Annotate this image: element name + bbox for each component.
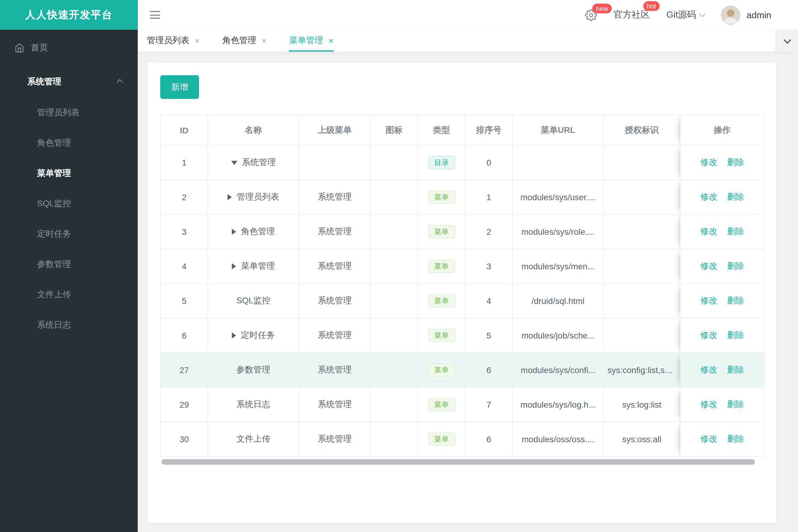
delete-link[interactable]: 删除 — [727, 192, 744, 202]
cell-sort: 3 — [465, 249, 513, 284]
collapse-icon[interactable] — [231, 161, 237, 165]
cell-icon — [371, 353, 418, 387]
cell-actions: 修改删除 — [680, 146, 764, 180]
edit-link[interactable]: 修改 — [700, 296, 717, 305]
table-body: 1系统管理目录0修改删除2管理员列表系统管理菜单1modules/sys/use… — [161, 146, 764, 457]
cell-name: 文件上传 — [208, 422, 299, 457]
hot-badge: hot — [643, 1, 660, 11]
tab-close-icon[interactable]: × — [262, 36, 266, 45]
cell-type: 菜单 — [418, 249, 465, 284]
tabs-collapse-button[interactable] — [776, 30, 798, 52]
delete-link[interactable]: 删除 — [727, 261, 744, 270]
delete-link[interactable]: 删除 — [727, 399, 744, 409]
sidebar-item-3[interactable]: SQL监控 — [0, 189, 138, 219]
table-row-30: 30文件上传系统管理菜单6modules/oss/oss....sys:oss:… — [161, 422, 764, 457]
git-source-link[interactable]: Git源码 — [666, 9, 705, 21]
name-text: 定时任务 — [241, 330, 275, 341]
sidebar-item-4[interactable]: 定时任务 — [0, 219, 138, 249]
cell-name: 系统管理 — [208, 146, 299, 180]
tab-1[interactable]: 角色管理× — [222, 30, 266, 52]
delete-link[interactable]: 删除 — [727, 226, 744, 236]
cell-type: 菜单 — [418, 387, 465, 422]
add-button[interactable]: 新增 — [160, 75, 199, 99]
cell-type: 菜单 — [418, 353, 465, 387]
cell-parent — [299, 146, 371, 180]
git-label: Git源码 — [666, 9, 696, 21]
chevron-down-icon — [783, 36, 791, 44]
expand-icon[interactable] — [232, 263, 236, 269]
name-wrap: 定时任务 — [232, 330, 275, 341]
cell-sort: 2 — [465, 215, 513, 249]
settings-button[interactable]: new — [585, 9, 597, 21]
table-row-2: 2管理员列表系统管理菜单1modules/sys/user....修改删除 — [161, 180, 764, 215]
delete-link[interactable]: 删除 — [727, 330, 744, 340]
edit-link[interactable]: 修改 — [700, 192, 717, 202]
edit-link[interactable]: 修改 — [700, 261, 717, 270]
name-text: 管理员列表 — [237, 192, 279, 203]
cell-icon — [371, 180, 418, 215]
name-wrap: 参数管理 — [236, 365, 270, 376]
sidebar-item-2[interactable]: 菜单管理 — [0, 158, 138, 189]
edit-link[interactable]: 修改 — [700, 330, 717, 340]
community-link[interactable]: 官方社区 hot — [613, 9, 650, 21]
sidebar-group-system[interactable]: 系统管理 — [0, 66, 138, 98]
column-header-0: ID — [161, 115, 208, 146]
sidebar-item-0[interactable]: 管理员列表 — [0, 98, 138, 128]
edit-link[interactable]: 修改 — [700, 399, 717, 409]
cell-type: 菜单 — [418, 422, 465, 457]
edit-link[interactable]: 修改 — [700, 434, 717, 443]
cell-icon — [371, 215, 418, 249]
delete-link[interactable]: 删除 — [727, 365, 744, 374]
sidebar-item-home[interactable]: 首页 — [0, 33, 138, 62]
cell-name: 管理员列表 — [208, 180, 299, 215]
sidebar-item-7[interactable]: 系统日志 — [0, 310, 138, 340]
tab-label: 角色管理 — [222, 35, 256, 46]
cell-name: 菜单管理 — [208, 249, 299, 284]
type-badge: 目录 — [428, 156, 455, 169]
tab-close-icon[interactable]: × — [329, 36, 333, 45]
delete-link[interactable]: 删除 — [727, 296, 744, 305]
name-text: 系统日志 — [236, 399, 270, 410]
expand-icon[interactable] — [232, 229, 236, 235]
cell-url: modules/sys/user.... — [513, 180, 604, 215]
table-wrap: ID名称上级菜单图标类型排序号菜单URL授权标识操作 1系统管理目录0修改删除2… — [160, 115, 763, 465]
expand-icon[interactable] — [227, 194, 232, 200]
tab-list: 管理员列表×角色管理×菜单管理× — [138, 30, 798, 52]
type-badge: 菜单 — [428, 190, 455, 204]
delete-link[interactable]: 删除 — [727, 157, 744, 167]
column-header-1: 名称 — [208, 115, 299, 146]
new-badge: new — [592, 3, 612, 13]
sidebar-item-6[interactable]: 文件上传 — [0, 280, 138, 310]
name-wrap: 角色管理 — [232, 226, 275, 237]
cell-type: 目录 — [418, 146, 465, 180]
type-badge: 菜单 — [428, 260, 455, 273]
name-wrap: SQL监控 — [236, 296, 270, 306]
menu-toggle-icon[interactable] — [150, 11, 160, 19]
user-menu[interactable]: admin — [721, 5, 771, 24]
sidebar-item-5[interactable]: 参数管理 — [0, 249, 138, 280]
column-header-4: 类型 — [418, 115, 465, 146]
edit-link[interactable]: 修改 — [700, 226, 717, 236]
scrollbar-thumb[interactable] — [162, 459, 755, 465]
delete-link[interactable]: 删除 — [727, 434, 744, 443]
header-actions: new 官方社区 hot Git源码 admin — [585, 0, 771, 30]
cell-id: 1 — [161, 146, 208, 180]
expand-icon[interactable] — [232, 332, 236, 339]
cell-sort: 7 — [465, 387, 513, 422]
cell-url: modules/sys/log.h... — [513, 387, 604, 422]
submenu: 管理员列表角色管理菜单管理SQL监控定时任务参数管理文件上传系统日志 — [0, 98, 138, 340]
tab-close-icon[interactable]: × — [195, 36, 200, 45]
cell-actions: 修改删除 — [680, 249, 764, 284]
cell-sort: 0 — [465, 146, 513, 180]
tab-2[interactable]: 菜单管理× — [289, 30, 333, 52]
tab-0[interactable]: 管理员列表× — [147, 30, 200, 52]
edit-link[interactable]: 修改 — [700, 157, 717, 167]
horizontal-scrollbar[interactable] — [160, 459, 763, 465]
column-header-2: 上级菜单 — [299, 115, 371, 146]
cell-auth — [604, 180, 680, 215]
cell-auth: sys:config:list,sys:... — [604, 353, 680, 387]
table-row-5: 5SQL监控系统管理菜单4/druid/sql.html修改删除 — [161, 284, 764, 319]
cell-actions: 修改删除 — [680, 215, 764, 249]
edit-link[interactable]: 修改 — [700, 365, 717, 374]
sidebar-item-1[interactable]: 角色管理 — [0, 128, 138, 158]
